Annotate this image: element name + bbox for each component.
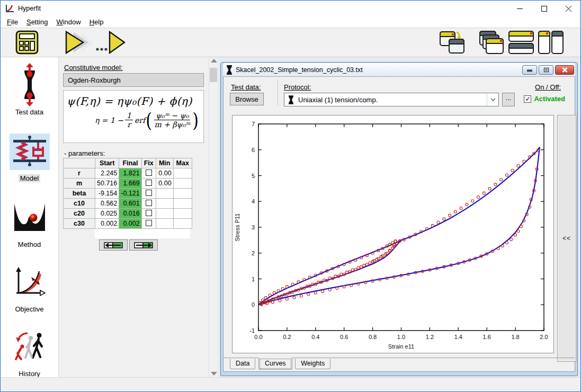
copy-final-to-start-button[interactable] [99, 239, 128, 251]
param-fix-cell[interactable] [141, 199, 156, 209]
onoff-label: On / Off: [535, 83, 561, 91]
param-row: beta-9.154-0.121 [64, 189, 192, 199]
run-fit-options-button[interactable] [95, 30, 126, 55]
param-final-cell: 1.821 [119, 168, 141, 179]
fix-checkbox[interactable] [146, 210, 152, 216]
fix-checkbox[interactable] [146, 170, 152, 176]
constitutive-model-label: Constitutive model: [64, 64, 123, 72]
sidebar-item-test-data[interactable]: Test data [1, 63, 58, 116]
param-col-header [64, 158, 95, 168]
menubar: File Setting Window Help [1, 16, 580, 28]
tab-data[interactable]: Data [230, 359, 255, 369]
param-final-cell: 0.601 [119, 199, 141, 209]
param-start-cell[interactable]: 50.716 [95, 179, 119, 189]
fit-chart: 0.00.20.40.60.81.01.21.41.61.82.0-101234… [233, 115, 553, 353]
param-final-cell: 1.669 [119, 179, 141, 189]
param-max-cell[interactable] [173, 179, 192, 189]
svg-text:1.6: 1.6 [483, 334, 491, 340]
specimen-icon [226, 65, 233, 75]
sidebar-item-label: Objective [13, 305, 45, 313]
protocol-select[interactable]: Uniaxial (1) tension/comp. [284, 93, 499, 106]
tile-horizontal-button[interactable] [508, 30, 534, 55]
param-start-cell[interactable]: 0.562 [95, 199, 119, 209]
copy-start-to-final-button[interactable] [129, 239, 158, 251]
menu-file[interactable]: File [3, 17, 22, 27]
fix-checkbox[interactable] [146, 220, 152, 226]
param-fix-cell[interactable] [141, 219, 156, 229]
history-icon [13, 331, 47, 362]
param-max-cell[interactable] [173, 168, 192, 179]
param-max-cell[interactable] [173, 199, 192, 209]
sidebar-item-model[interactable]: Model [1, 129, 58, 182]
document-window: Skacel_2002_Simple_tension_cyclic_03.txt… [220, 62, 578, 376]
param-final-cell: -0.121 [119, 189, 141, 199]
document-close-button[interactable] [555, 65, 574, 75]
run-icon [63, 30, 96, 55]
param-final-cell: 0.016 [119, 209, 141, 219]
param-fix-cell[interactable] [141, 189, 156, 199]
param-min-cell[interactable] [156, 189, 173, 199]
parameters-table: StartFinalFixMinMax r2.2451.8210.00m50.7… [63, 158, 192, 229]
minimize-button[interactable] [507, 1, 532, 16]
hyperfit-window: Hyperfit File Setting Window Help [0, 0, 581, 392]
run-fit-button[interactable] [63, 30, 96, 55]
fix-checkbox[interactable] [146, 200, 152, 206]
svg-text:0.0: 0.0 [254, 334, 262, 340]
maximize-button[interactable] [532, 1, 556, 16]
param-start-cell[interactable]: 0.002 [95, 219, 119, 229]
param-max-cell[interactable] [173, 219, 192, 229]
tab-weights[interactable]: Weights [295, 359, 330, 369]
fix-checkbox[interactable] [146, 190, 152, 196]
param-min-cell[interactable] [156, 199, 173, 209]
param-max-cell[interactable] [173, 189, 192, 199]
document-minimize-button[interactable] [522, 65, 537, 75]
param-min-cell[interactable]: 0.00 [156, 179, 173, 189]
calculate-button[interactable] [14, 30, 40, 55]
param-start-cell[interactable]: 0.025 [95, 209, 119, 219]
fix-checkbox[interactable] [146, 180, 152, 186]
menu-setting[interactable]: Setting [22, 17, 52, 27]
param-name-cell: c20 [64, 209, 95, 219]
cascade-windows-button[interactable] [478, 30, 505, 55]
collapse-panel-button[interactable]: << [557, 115, 576, 362]
param-min-cell[interactable] [156, 209, 173, 219]
param-start-cell[interactable]: -9.154 [95, 189, 119, 199]
param-fix-cell[interactable] [141, 179, 156, 189]
model-select[interactable]: Ogden-Roxburgh [63, 73, 204, 87]
document-titlebar[interactable]: Skacel_2002_Simple_tension_cyclic_03.txt [223, 63, 575, 77]
protocol-more-button[interactable]: ... [502, 93, 515, 106]
param-name-cell: c10 [64, 199, 95, 209]
menu-help[interactable]: Help [85, 17, 108, 27]
tile-horizontal-icon [508, 30, 534, 55]
param-min-cell[interactable]: 0.00 [156, 168, 173, 179]
param-fix-cell[interactable] [141, 168, 156, 179]
scroll-down-arrow-icon[interactable] [211, 372, 217, 376]
param-name-cell: m [64, 179, 95, 189]
activated-checkbox[interactable]: ✓ [524, 95, 531, 103]
browse-button[interactable]: Browse [230, 93, 264, 105]
chevron-down-icon[interactable] [487, 93, 498, 106]
scroll-up-arrow-icon[interactable] [211, 59, 217, 63]
param-start-cell[interactable]: 2.245 [95, 168, 119, 179]
close-icon [566, 6, 571, 12]
tab-curves[interactable]: Curves [258, 358, 292, 370]
param-max-cell[interactable] [173, 209, 192, 219]
svg-text:1.2: 1.2 [426, 334, 434, 340]
scrollbar-thumb[interactable] [210, 68, 217, 82]
sidebar-item-history[interactable]: History [1, 324, 58, 378]
cascade-windows-icon [478, 30, 505, 55]
method-icon [14, 202, 46, 232]
close-button[interactable] [556, 1, 580, 16]
parameters-header-row: StartFinalFixMinMax [64, 158, 192, 168]
tile-vertical-button[interactable] [538, 30, 564, 55]
sidebar-item-objective[interactable]: Objective [1, 260, 58, 313]
calculator-icon [14, 30, 40, 55]
svg-text:6: 6 [252, 147, 255, 153]
menu-window[interactable]: Window [52, 17, 85, 27]
sidebar-item-method[interactable]: Method [1, 195, 58, 248]
model-panel-scrollbar[interactable] [209, 57, 218, 377]
document-restore-button[interactable] [539, 65, 553, 75]
param-fix-cell[interactable] [141, 209, 156, 219]
param-min-cell[interactable] [156, 219, 173, 229]
new-window-button[interactable] [439, 30, 466, 55]
